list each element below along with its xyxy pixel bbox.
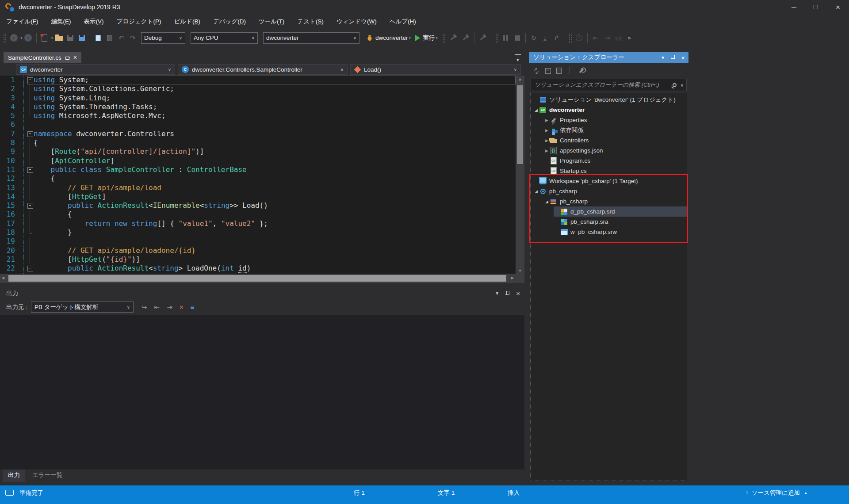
back-dropdown-icon[interactable]: ▾ bbox=[20, 36, 23, 40]
debug-target-label[interactable]: dwconverter bbox=[375, 34, 408, 41]
next-message-icon[interactable]: ⇥ bbox=[167, 303, 172, 311]
toolbar-grip[interactable] bbox=[442, 33, 446, 43]
code-line[interactable]: 1using System; bbox=[0, 76, 516, 84]
output-log-area[interactable] bbox=[0, 315, 524, 470]
expander-closed-icon[interactable]: ▶ bbox=[544, 138, 550, 143]
code-line[interactable]: 11 public class SampleController : Contr… bbox=[0, 165, 516, 174]
step-into-button[interactable]: ⤓ bbox=[540, 32, 551, 44]
expander-closed-icon[interactable]: ▶ bbox=[544, 149, 550, 153]
menu-item[interactable]: 編集(E) bbox=[51, 18, 71, 26]
code-line[interactable]: 2using System.Collections.Generic; bbox=[0, 84, 516, 93]
tree-item[interactable]: ▶依存関係 bbox=[531, 125, 687, 135]
close-icon[interactable]: × bbox=[516, 290, 520, 297]
restart-button[interactable]: ↻ bbox=[528, 32, 539, 44]
menu-item[interactable]: プロジェクト(P) bbox=[117, 18, 161, 26]
solution-explorer-header[interactable]: ソリューションエクスプローラー ▼ × bbox=[529, 52, 688, 63]
code-line[interactable]: 3using System.Linq; bbox=[0, 94, 516, 103]
vertical-scroll-thumb[interactable] bbox=[517, 85, 523, 164]
output-source-dropdown[interactable]: PB ターゲット構文解析 ∨ bbox=[31, 302, 134, 313]
code-line[interactable]: 22 public ActionResult<string> LoadOne(i… bbox=[0, 264, 516, 273]
menu-item[interactable]: テスト(S) bbox=[297, 18, 323, 26]
tree-item[interactable]: ◢pb_csharp bbox=[531, 186, 687, 196]
editor-vertical-scrollbar[interactable]: ▴ ▾ bbox=[516, 76, 524, 274]
debug-target-dropdown-icon[interactable]: ▾ bbox=[409, 36, 411, 40]
open-file-button[interactable] bbox=[54, 32, 64, 44]
fold-marker-icon[interactable] bbox=[27, 201, 34, 210]
code-line[interactable]: 17 return new string[] { "value1", "valu… bbox=[0, 219, 516, 228]
navigate-back-button[interactable]: ‹ bbox=[8, 32, 19, 44]
toolbar-grip[interactable] bbox=[569, 33, 572, 43]
expander-closed-icon[interactable]: ▶ bbox=[544, 118, 550, 122]
fold-marker-icon[interactable] bbox=[27, 264, 34, 273]
code-line[interactable]: 20 // GET api/sample/loadone/{id} bbox=[0, 246, 516, 255]
menu-item[interactable]: ファイル(F) bbox=[6, 18, 38, 26]
clear-output-icon[interactable]: × bbox=[180, 303, 184, 311]
collapse-all-icon[interactable] bbox=[545, 68, 551, 74]
toolbar-grip[interactable] bbox=[3, 33, 7, 43]
run-button[interactable]: 実行 bbox=[423, 34, 435, 42]
code-line[interactable]: 21 [HttpGet("{id}")] bbox=[0, 255, 516, 264]
decrease-indent-button[interactable]: ⇤ bbox=[590, 32, 601, 44]
window-position-dropdown-icon[interactable]: ▼ bbox=[661, 55, 665, 60]
horizontal-scroll-thumb[interactable] bbox=[8, 275, 506, 282]
close-icon[interactable]: × bbox=[681, 54, 685, 61]
status-column[interactable]: 文字 1 bbox=[438, 485, 455, 500]
stop-button[interactable] bbox=[512, 32, 523, 44]
code-line[interactable]: 19 bbox=[0, 237, 516, 246]
code-line[interactable]: 12 { bbox=[0, 174, 516, 183]
editor-horizontal-scrollbar[interactable]: ◂ ▸ bbox=[0, 274, 516, 283]
scroll-up-icon[interactable]: ▴ bbox=[516, 76, 524, 81]
expander-closed-icon[interactable]: ▶ bbox=[544, 128, 550, 133]
pin-icon[interactable] bbox=[505, 291, 510, 296]
maximize-button[interactable] bbox=[805, 0, 827, 14]
tree-item[interactable]: ◢dwconverter bbox=[531, 105, 687, 115]
previous-message-icon[interactable]: ⇤ bbox=[154, 303, 160, 311]
solution-platform-dropdown[interactable]: Any CPU∨ bbox=[191, 32, 258, 44]
breadcrumb-member-dropdown[interactable]: Load() ∨ bbox=[350, 64, 521, 75]
code-line[interactable]: 9 [Route("api/[controller]/[action]")] bbox=[0, 147, 516, 156]
navigate-forward-button[interactable]: › bbox=[23, 32, 34, 44]
tree-item[interactable]: Workspace 'pb_csharp' (1 Target) bbox=[531, 176, 687, 186]
tree-item[interactable]: ▶Properties bbox=[531, 115, 687, 125]
tab-close-icon[interactable]: × bbox=[73, 54, 77, 61]
undo-button[interactable]: ↶ bbox=[116, 32, 126, 44]
status-line[interactable]: 行 1 bbox=[354, 485, 365, 500]
solution-search-box[interactable]: ソリューションエクスプローラーの検索 (Ctrl+;) ∨ bbox=[531, 79, 687, 91]
save-button[interactable] bbox=[65, 32, 76, 44]
close-button[interactable]: × bbox=[827, 0, 849, 14]
scroll-left-icon[interactable]: ◂ bbox=[2, 275, 4, 281]
expander-open-icon[interactable]: ◢ bbox=[544, 199, 550, 204]
bottom-tab-出力[interactable]: 出力 bbox=[3, 470, 25, 482]
new-file-button[interactable]: ✱ bbox=[39, 32, 50, 44]
word-wrap-icon[interactable]: ≡ bbox=[191, 303, 195, 311]
tree-item[interactable]: Startup.cs bbox=[531, 166, 687, 176]
window-position-dropdown-icon[interactable]: ▼ bbox=[495, 291, 499, 296]
code-line[interactable]: 7namespace dwconverter.Controllers bbox=[0, 130, 516, 138]
tree-item[interactable]: ▶appsettings.json bbox=[531, 145, 687, 156]
step-over-button[interactable]: ↱ bbox=[551, 32, 562, 44]
show-all-files-icon[interactable] bbox=[556, 68, 562, 74]
breadcrumb-type-dropdown[interactable]: C dwconverter.Controllers.SampleControll… bbox=[178, 64, 348, 75]
search-icon[interactable] bbox=[673, 83, 677, 87]
toolbar-grip[interactable] bbox=[495, 33, 499, 43]
menu-item[interactable]: ツール(T) bbox=[259, 18, 284, 26]
expander-open-icon[interactable]: ◢ bbox=[533, 108, 539, 112]
chevron-down-icon[interactable]: ∨ bbox=[681, 83, 684, 88]
bottom-tab-エラー一覧[interactable]: エラー一覧 bbox=[27, 470, 68, 482]
build-button[interactable] bbox=[447, 32, 459, 44]
startup-project-dropdown[interactable]: dwconverter∨ bbox=[263, 32, 359, 44]
menu-item[interactable]: ヘルプ(H) bbox=[390, 18, 416, 26]
code-line[interactable]: 13 // GET api/sample/load bbox=[0, 183, 516, 192]
paste-button[interactable] bbox=[104, 32, 115, 44]
editor-options-button[interactable]: ▼ bbox=[515, 54, 521, 63]
code-line[interactable]: 8{ bbox=[0, 138, 516, 147]
properties-wrench-icon[interactable] bbox=[579, 68, 584, 73]
tab-samplecontroller[interactable]: SampleController.cs × bbox=[4, 52, 81, 63]
run-play-icon[interactable] bbox=[415, 35, 420, 41]
info-button[interactable]: i bbox=[574, 32, 585, 44]
code-line[interactable]: 15 public ActionResult<IEnumerable<strin… bbox=[0, 201, 516, 210]
copy-button[interactable] bbox=[93, 32, 103, 44]
pin-icon[interactable] bbox=[65, 56, 69, 60]
pin-icon[interactable] bbox=[671, 55, 675, 60]
build-solution-button[interactable] bbox=[477, 32, 489, 44]
